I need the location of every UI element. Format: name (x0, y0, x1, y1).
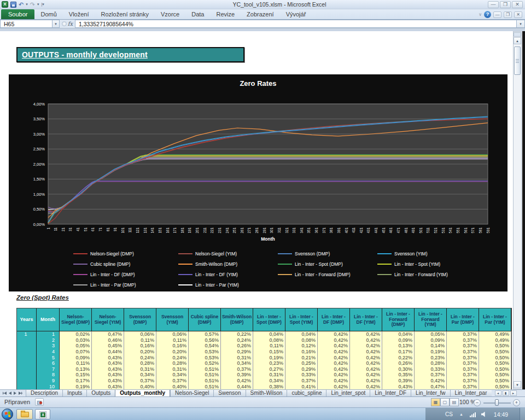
ribbon-tab-dom[interactable]: Domů (34, 10, 62, 19)
rate-cell[interactable]: 0,42% (221, 378, 253, 384)
column-header-smith-wilson-dmp[interactable]: Smith-Wilson (DMP) (221, 308, 253, 331)
month-cell[interactable]: 2 (37, 337, 60, 343)
excel-taskbar-button[interactable] (35, 409, 50, 419)
rate-cell[interactable]: 0,13% (382, 343, 415, 349)
rate-cell[interactable]: 0,23% (253, 360, 285, 366)
rate-cell[interactable]: 0,37% (221, 366, 253, 372)
ribbon-tab-soubor[interactable]: Soubor (1, 9, 34, 19)
rate-cell[interactable]: 0,37% (447, 378, 479, 384)
rate-cell[interactable]: 0,34% (156, 372, 189, 378)
customize-qat-icon[interactable]: |▾ (41, 2, 44, 7)
ribbon-tab-revize[interactable]: Revize (210, 10, 241, 19)
rate-cell[interactable]: 0,35% (382, 372, 415, 378)
rate-cell[interactable]: 0,47% (415, 383, 447, 389)
rate-cell[interactable]: 0,42% (318, 331, 350, 337)
rate-cell[interactable]: 0,43% (382, 383, 415, 389)
ribbon-tab-data[interactable]: Data (185, 10, 210, 19)
scroll-down-icon[interactable]: ▼ (514, 381, 521, 388)
rate-cell[interactable]: 0,15% (60, 372, 92, 378)
redo-button[interactable]: ↷ (30, 2, 35, 8)
rate-cell[interactable]: 0,42% (350, 383, 382, 389)
expand-formula-bar-icon[interactable]: ▾ (517, 20, 525, 28)
rate-cell[interactable]: 0,29% (221, 349, 253, 355)
sheet-tab-swenson[interactable]: Swenson (213, 390, 245, 396)
rate-cell[interactable]: 0,06% (124, 331, 156, 337)
rate-cell[interactable]: 0,56% (189, 337, 221, 343)
rate-cell[interactable]: 0,53% (189, 354, 221, 360)
rate-cell[interactable]: 0,46% (92, 337, 124, 343)
rate-cell[interactable]: 0,08% (253, 337, 285, 343)
name-box[interactable]: H65 (0, 20, 52, 28)
help-icon[interactable]: ? (484, 11, 491, 18)
year-cell[interactable] (17, 383, 37, 389)
rate-cell[interactable]: 0,05% (60, 343, 92, 349)
rate-cell[interactable]: 0,37% (447, 349, 479, 355)
rate-cell[interactable]: 0,42% (415, 378, 447, 384)
rate-cell[interactable]: 0,40% (156, 383, 189, 389)
rate-cell[interactable]: 0,37% (447, 383, 479, 389)
year-cell[interactable]: 1 (17, 331, 37, 337)
rate-cell[interactable]: 0,42% (350, 372, 382, 378)
rate-cell[interactable]: 0,24% (156, 354, 189, 360)
rate-cell[interactable]: 0,45% (92, 343, 124, 349)
rate-cell[interactable]: 0,31% (124, 366, 156, 372)
zoom-in-icon[interactable]: + (513, 399, 520, 406)
close-button[interactable]: ✕ (512, 1, 523, 8)
rate-cell[interactable]: 0,42% (350, 378, 382, 384)
month-cell[interactable]: 9 (37, 378, 60, 384)
rate-cell[interactable]: 0,43% (92, 383, 124, 389)
column-header-years[interactable]: Years (17, 308, 37, 331)
rate-cell[interactable]: 0,44% (221, 383, 253, 389)
column-header-lin-inter-par-ytm[interactable]: Lin - Inter - Par (YtM) (479, 308, 511, 331)
rate-cell[interactable]: 0,54% (189, 343, 221, 349)
rate-cell[interactable]: 0,11% (124, 337, 156, 343)
first-sheet-icon[interactable] (3, 392, 7, 395)
tab-split-left-icon[interactable]: ◂ (495, 390, 501, 396)
rate-cell[interactable]: 0,19% (415, 349, 447, 355)
rate-cell[interactable]: 0,34% (253, 378, 285, 384)
rate-cell[interactable]: 0,42% (318, 372, 350, 378)
rate-cell[interactable]: 0,04% (382, 331, 415, 337)
rate-cell[interactable]: 0,33% (285, 372, 318, 378)
rate-cell[interactable]: 0,42% (318, 360, 350, 366)
rate-cell[interactable]: 0,41% (285, 383, 318, 389)
year-cell[interactable] (17, 378, 37, 384)
rate-cell[interactable]: 0,09% (415, 337, 447, 343)
rate-cell[interactable]: 0,42% (350, 337, 382, 343)
sheet-tab-smith-wilson[interactable]: Smith-Wilson (246, 390, 287, 396)
language-indicator[interactable]: CS (445, 411, 453, 417)
rate-cell[interactable]: 0,39% (382, 378, 415, 384)
undo-button[interactable]: ↶ (19, 2, 24, 8)
column-header-svensson-ytm[interactable]: Svensson (YtM) (156, 308, 189, 331)
workbook-close-button[interactable]: ✕ (514, 11, 522, 18)
column-header-nelson-siegel-ytm[interactable]: Nelson-Siegel (YtM) (92, 308, 124, 331)
rate-cell[interactable]: 0,26% (382, 360, 415, 366)
rate-cell[interactable]: 0,05% (415, 331, 447, 337)
rate-cell[interactable]: 0,42% (350, 331, 382, 337)
name-box-dropdown-icon[interactable]: ▼ (52, 20, 60, 28)
rate-cell[interactable]: 0,28% (415, 360, 447, 366)
rate-cell[interactable]: 0,12% (285, 343, 318, 349)
rate-cell[interactable]: 0,04% (285, 331, 318, 337)
rate-cell[interactable]: 0,24% (221, 337, 253, 343)
rate-cell[interactable]: 0,57% (189, 331, 221, 337)
sheet-tab-cubic-spline[interactable]: cubic_spline (287, 390, 326, 396)
sheet-tab-inputs[interactable]: Inputs (62, 390, 86, 396)
rate-cell[interactable]: 0,50% (479, 354, 511, 360)
month-cell[interactable]: 1 (37, 331, 60, 337)
rate-cell[interactable]: 0,43% (92, 372, 124, 378)
rate-cell[interactable]: 0,44% (92, 349, 124, 355)
column-header-lin-inter-par-dmp[interactable]: Lin - Inter - Par (DMP) (447, 308, 479, 331)
rate-cell[interactable]: 0,06% (156, 331, 189, 337)
rate-cell[interactable]: 0,37% (124, 378, 156, 384)
rate-cell[interactable]: 0,50% (479, 378, 511, 384)
rate-cell[interactable]: 0,20% (124, 349, 156, 355)
column-header-nelson-siegel-dmp[interactable]: Nelson-Siegel (DMP) (60, 308, 92, 331)
rate-cell[interactable]: 0,43% (92, 378, 124, 384)
tab-split-right-icon[interactable]: ▸ (510, 390, 517, 396)
sheet-tab-outputs-monthly[interactable]: Outputs_monthly (115, 390, 170, 396)
rate-cell[interactable]: 0,16% (124, 343, 156, 349)
rate-cell[interactable]: 0,37% (447, 331, 479, 337)
rate-cell[interactable]: 0,21% (285, 354, 318, 360)
rate-cell[interactable]: 0,16% (285, 349, 318, 355)
